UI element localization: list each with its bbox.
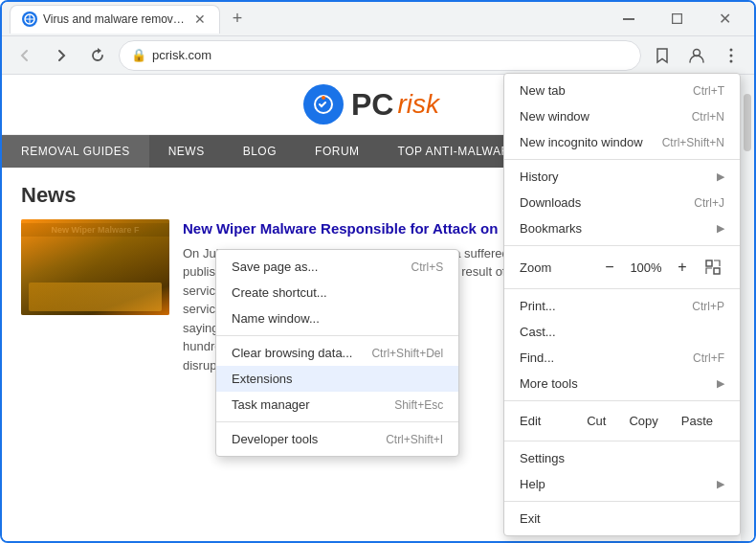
back-button[interactable]	[10, 40, 40, 71]
nav-news[interactable]: NEWS	[149, 135, 224, 168]
svg-point-6	[730, 59, 733, 62]
nav-actions	[647, 40, 746, 71]
reload-button[interactable]	[82, 40, 113, 71]
logo-circle-icon	[303, 84, 344, 124]
news-section: News New Wiper Malware F New Wiper Malwa…	[2, 168, 741, 390]
svg-point-4	[730, 48, 733, 51]
menu-button[interactable]	[716, 40, 746, 71]
news-title[interactable]: New Wiper Malware Responsible for Attack…	[183, 219, 722, 238]
forward-button[interactable]	[46, 40, 77, 71]
news-thumbnail: New Wiper Malware F	[21, 219, 169, 315]
bookmark-button[interactable]	[647, 40, 678, 71]
close-button[interactable]: ✕	[702, 2, 746, 36]
maximize-button[interactable]	[655, 2, 699, 36]
news-article: New Wiper Malware F New Wiper Malware Re…	[21, 219, 722, 374]
site-logo: PCrisk	[21, 84, 722, 124]
logo-risk-text: risk	[397, 89, 439, 120]
title-bar: Virus and malware removal instr... ✕ + ✕	[2, 2, 754, 36]
nav-forum[interactable]: FORUM	[296, 135, 379, 168]
browser-window: Virus and malware removal instr... ✕ + ✕	[0, 0, 756, 543]
nav-top-anti-malware[interactable]: TOP ANTI-MALWARE	[379, 135, 538, 168]
window-controls: ✕	[607, 2, 746, 36]
svg-rect-1	[623, 18, 634, 20]
scrollbar[interactable]	[741, 75, 754, 541]
lock-icon: 🔒	[131, 48, 146, 62]
nav-blog[interactable]: BLOG	[224, 135, 296, 168]
news-heading: News	[21, 183, 722, 208]
scroll-thumb[interactable]	[744, 94, 751, 151]
svg-point-8	[322, 96, 325, 100]
new-tab-button[interactable]: +	[224, 6, 251, 33]
nav-bar: 🔒 pcrisk.com	[2, 36, 754, 75]
minimize-button[interactable]	[607, 2, 651, 36]
page-main: PCrisk REMOVAL GUIDES NEWS BLOG FORUM TO…	[2, 75, 741, 541]
address-text: pcrisk.com	[152, 48, 629, 62]
active-tab[interactable]: Virus and malware removal instr... ✕	[10, 5, 220, 34]
tab-favicon	[22, 11, 37, 27]
tab-close-button[interactable]: ✕	[192, 11, 208, 27]
tab-title: Virus and malware removal instr...	[43, 12, 187, 26]
news-text: On July 9, 2021, the railway service use…	[183, 244, 722, 375]
logo-pc-text: PC	[351, 87, 393, 123]
site-header: PCrisk	[2, 75, 741, 135]
svg-rect-2	[672, 14, 681, 24]
page-content: PCrisk REMOVAL GUIDES NEWS BLOG FORUM TO…	[2, 75, 754, 541]
news-content: New Wiper Malware Responsible for Attack…	[183, 219, 722, 374]
profile-button[interactable]	[681, 40, 712, 71]
svg-point-5	[730, 54, 733, 57]
tab-area: Virus and malware removal instr... ✕ +	[10, 5, 599, 34]
nav-removal-guides[interactable]: REMOVAL GUIDES	[2, 135, 149, 168]
address-bar[interactable]: 🔒 pcrisk.com	[119, 40, 641, 71]
site-nav: REMOVAL GUIDES NEWS BLOG FORUM TOP ANTI-…	[2, 135, 741, 168]
